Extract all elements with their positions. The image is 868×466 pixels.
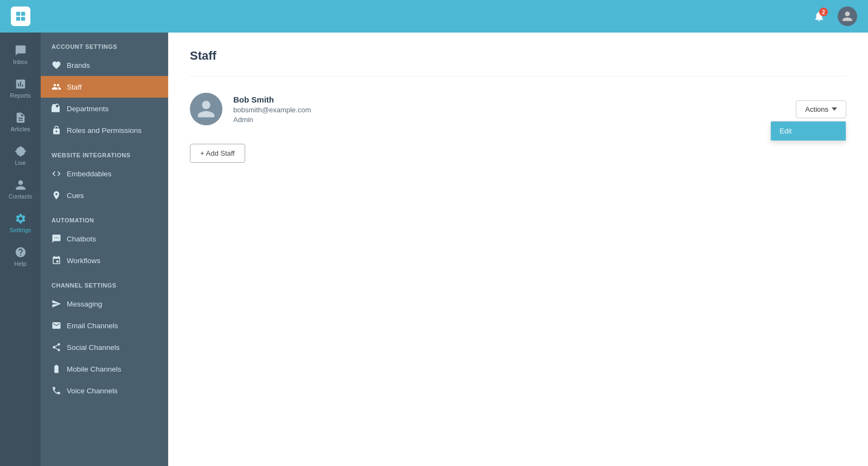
topbar: 2 (0, 0, 868, 33)
staff-avatar (190, 93, 222, 125)
section-automation: AUTOMATION (41, 206, 168, 228)
nav-staff[interactable]: Staff (41, 76, 168, 98)
sidebar-item-settings[interactable]: Settings (0, 206, 41, 240)
edit-staff-item[interactable]: Edit (771, 122, 846, 141)
nav-brands[interactable]: Brands (41, 54, 168, 76)
nav-chatbots[interactable]: Chatbots (41, 228, 168, 250)
main-content: Staff Bob Smith bobsmith@example.com Adm… (168, 33, 868, 466)
sidebar-item-reports[interactable]: Reports (0, 72, 41, 105)
app-logo (11, 7, 30, 26)
svg-rect-2 (16, 17, 20, 21)
staff-name: Bob Smith (233, 95, 785, 104)
nav-voice-channels[interactable]: Voice Channels (41, 380, 168, 401)
nav-sidebar: ACCOUNT SETTINGS Brands Staff Department… (41, 33, 168, 466)
add-staff-button[interactable]: + Add Staff (190, 144, 245, 163)
topbar-right: 2 (809, 7, 857, 26)
sidebar-item-help[interactable]: Help (0, 240, 41, 273)
staff-row: Bob Smith bobsmith@example.com Admin Act… (190, 87, 846, 131)
section-website-integrations: WEBSITE INTEGRATIONS (41, 141, 168, 163)
sidebar-item-articles[interactable]: Articles (0, 105, 41, 139)
nav-cues[interactable]: Cues (41, 184, 168, 206)
nav-social-channels[interactable]: Social Channels (41, 336, 168, 358)
svg-rect-1 (21, 12, 25, 16)
svg-rect-0 (16, 12, 20, 16)
actions-dropdown: Edit (770, 121, 846, 141)
actions-area: Actions Edit (796, 100, 846, 118)
section-channel-settings: CHANNEL SETTINGS (41, 271, 168, 293)
actions-button[interactable]: Actions (796, 100, 846, 118)
nav-messaging[interactable]: Messaging (41, 293, 168, 315)
staff-role: Admin (233, 116, 785, 124)
nav-workflows[interactable]: Workflows (41, 250, 168, 271)
divider (190, 76, 846, 76)
notifications-button[interactable]: 2 (809, 7, 829, 26)
icon-sidebar: Inbox Reports Articles Live Contacts Set… (0, 33, 41, 466)
sidebar-item-inbox[interactable]: Inbox (0, 38, 41, 72)
svg-rect-3 (21, 17, 25, 21)
nav-roles[interactable]: Roles and Permissions (41, 119, 168, 141)
user-avatar[interactable] (838, 7, 857, 26)
notification-badge: 2 (819, 8, 828, 16)
staff-email: bobsmith@example.com (233, 106, 785, 114)
page-title: Staff (190, 49, 846, 63)
nav-embeddables[interactable]: Embeddables (41, 163, 168, 184)
staff-info: Bob Smith bobsmith@example.com Admin (233, 95, 785, 124)
sidebar-item-contacts[interactable]: Contacts (0, 173, 41, 206)
sidebar-item-live[interactable]: Live (0, 139, 41, 173)
section-account-settings: ACCOUNT SETTINGS (41, 33, 168, 54)
main-layout: Inbox Reports Articles Live Contacts Set… (0, 33, 868, 466)
nav-departments[interactable]: Departments (41, 98, 168, 119)
nav-mobile-channels[interactable]: Mobile Channels (41, 358, 168, 380)
nav-email-channels[interactable]: Email Channels (41, 315, 168, 336)
